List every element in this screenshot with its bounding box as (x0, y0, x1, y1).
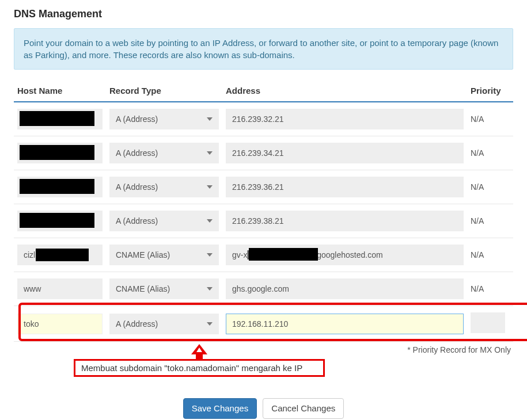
page-title: DNS Management (14, 8, 513, 20)
info-banner: Point your domain to a web site by point… (14, 28, 513, 70)
table-row: A (Address)N/A (14, 102, 513, 136)
chevron-down-icon (207, 185, 213, 189)
col-header-hostname: Host Name (14, 81, 106, 102)
table-row: A (Address)N/A (14, 136, 513, 170)
recordtype-select[interactable]: A (Address) (109, 211, 219, 231)
table-row: A (Address) (14, 306, 513, 342)
chevron-down-icon (207, 322, 213, 326)
redaction-box (36, 249, 89, 261)
recordtype-value: A (Address) (116, 114, 158, 124)
address-input[interactable] (226, 278, 464, 299)
recordtype-select[interactable]: A (Address) (109, 314, 219, 334)
priority-value: N/A (467, 170, 513, 204)
recordtype-value: A (Address) (116, 182, 158, 192)
hostname-input[interactable] (17, 314, 103, 334)
cancel-button[interactable]: Cancel Changes (263, 398, 344, 419)
priority-value: N/A (467, 238, 513, 272)
table-row: A (Address)N/A (14, 204, 513, 238)
recordtype-select[interactable]: CNAME (Alias) (109, 278, 219, 299)
save-button[interactable]: Save Changes (183, 398, 257, 419)
recordtype-select[interactable]: A (Address) (109, 143, 219, 163)
recordtype-value: CNAME (Alias) (116, 250, 170, 259)
chevron-down-icon (207, 287, 213, 291)
annotation-label: Membuat subdomain "toko.namadomain" meng… (74, 359, 325, 377)
hostname-input[interactable] (17, 278, 103, 299)
recordtype-value: A (Address) (116, 216, 158, 226)
recordtype-select[interactable]: A (Address) (109, 177, 219, 197)
redaction-box (20, 145, 94, 160)
table-row: A (Address)N/A (14, 170, 513, 204)
address-input[interactable] (226, 109, 464, 129)
annotation-arrow-icon (191, 344, 207, 354)
redaction-box (249, 248, 318, 261)
priority-input[interactable] (471, 312, 505, 333)
redaction-box (20, 179, 94, 194)
address-input[interactable] (226, 143, 464, 163)
table-row: CNAME (Alias)N/A (14, 238, 513, 272)
chevron-down-icon (207, 151, 213, 155)
table-row: CNAME (Alias)N/A (14, 272, 513, 306)
chevron-down-icon (207, 253, 213, 257)
address-input[interactable] (226, 211, 464, 231)
address-input[interactable] (226, 177, 464, 197)
priority-value: N/A (467, 136, 513, 170)
col-header-priority: Priority (467, 81, 513, 102)
priority-value: N/A (467, 102, 513, 136)
address-input[interactable] (226, 314, 464, 334)
recordtype-value: A (Address) (116, 148, 158, 158)
priority-value: N/A (467, 272, 513, 306)
chevron-down-icon (207, 219, 213, 223)
priority-value: N/A (467, 204, 513, 238)
chevron-down-icon (207, 117, 213, 121)
col-header-address: Address (222, 81, 467, 102)
annotation-callout: Membuat subdomain "toko.namadomain" meng… (74, 344, 325, 377)
recordtype-value: CNAME (Alias) (116, 284, 170, 293)
redaction-box (20, 213, 94, 228)
redaction-box (20, 111, 94, 126)
recordtype-value: A (Address) (116, 319, 158, 329)
dns-table: Host Name Record Type Address Priority A… (14, 81, 513, 342)
col-header-recordtype: Record Type (106, 81, 222, 102)
recordtype-select[interactable]: CNAME (Alias) (109, 245, 219, 265)
recordtype-select[interactable]: A (Address) (109, 109, 219, 129)
